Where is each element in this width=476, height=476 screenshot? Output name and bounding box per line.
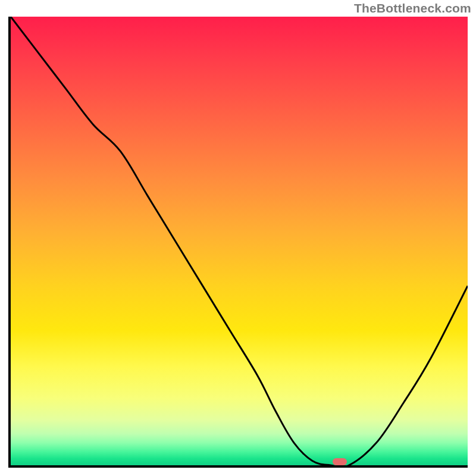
optimal-marker: [333, 458, 347, 465]
bottleneck-curve: [11, 17, 468, 465]
watermark-text: TheBottleneck.com: [354, 1, 471, 15]
chart-container: TheBottleneck.com: [0, 0, 476, 476]
plot-area: [8, 17, 468, 468]
